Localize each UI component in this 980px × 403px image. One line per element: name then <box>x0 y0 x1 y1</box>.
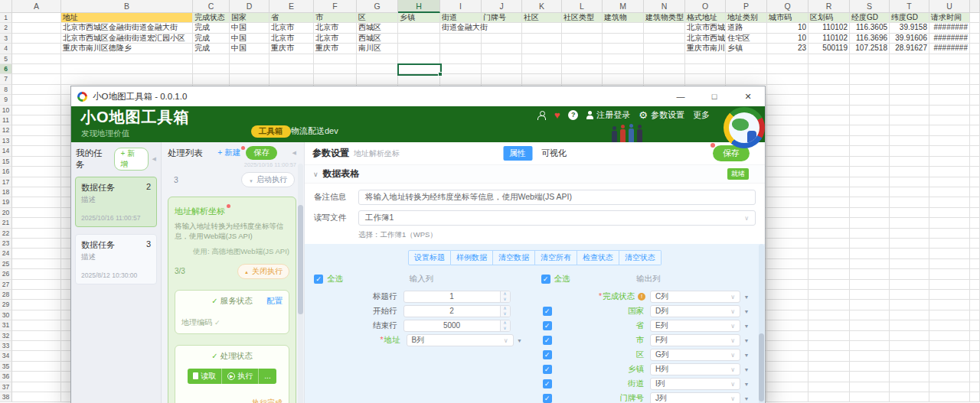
col-header-T[interactable]: T <box>890 0 929 13</box>
cell-S8[interactable] <box>850 85 890 95</box>
cell-T36[interactable] <box>890 372 929 382</box>
cell-S37[interactable] <box>850 382 890 392</box>
column-select[interactable]: C列 <box>650 291 740 303</box>
cell-H4[interactable] <box>398 44 440 54</box>
cell-K3[interactable] <box>522 34 562 44</box>
cell-U13[interactable] <box>929 136 970 146</box>
cell-Q19[interactable] <box>767 197 808 207</box>
cell-U28[interactable] <box>929 290 970 300</box>
cell-C1[interactable]: 完成状态 <box>193 13 230 23</box>
cell-S4[interactable]: 107.2518 <box>850 44 890 54</box>
dropdown-caret-icon[interactable] <box>740 353 753 358</box>
cell-R20[interactable] <box>808 208 850 218</box>
row-header-34[interactable]: 34 <box>0 351 12 361</box>
cell-T22[interactable] <box>890 229 929 239</box>
cell-M6[interactable] <box>603 64 644 74</box>
cell-N7[interactable] <box>644 74 685 84</box>
cell-R28[interactable] <box>808 290 850 300</box>
col-header-P[interactable]: P <box>726 0 767 13</box>
cell-D3[interactable]: 中国 <box>230 34 270 44</box>
cell-Q7[interactable] <box>767 74 808 84</box>
cell-T2[interactable]: 39.9158 <box>890 23 929 33</box>
column-select[interactable]: H列 <box>650 363 740 375</box>
cell-T4[interactable]: 28.91627 <box>890 44 929 54</box>
tab-attributes[interactable]: 属性 <box>503 146 532 161</box>
new-process-button[interactable]: + 新建 <box>217 148 240 158</box>
cell-U12[interactable] <box>929 125 970 135</box>
row-header-16[interactable]: 16 <box>0 167 12 177</box>
cell-A33[interactable] <box>12 341 61 351</box>
help-icon[interactable] <box>568 110 578 120</box>
cell-A7[interactable] <box>12 74 61 84</box>
minimize-button[interactable]: — <box>664 86 697 106</box>
cell-S3[interactable]: 116.3696 <box>850 34 890 44</box>
cell-R9[interactable] <box>808 95 850 105</box>
cell-R37[interactable] <box>808 382 850 392</box>
col-header-O[interactable]: O <box>685 0 726 13</box>
cell-S26[interactable] <box>850 269 890 279</box>
process-save-button[interactable]: 保存 <box>246 146 277 160</box>
select-all-checkbox[interactable] <box>314 275 323 284</box>
number-spinner[interactable] <box>500 306 510 317</box>
cell-G7[interactable] <box>357 74 398 84</box>
column-select[interactable]: F列 <box>650 334 740 346</box>
cell-T21[interactable] <box>890 218 929 228</box>
cell-O3[interactable]: 北京市西城区金融街街道宏汇园小区 <box>685 34 726 44</box>
execute-button[interactable]: 执行 <box>221 369 258 384</box>
cell-J1[interactable]: 门牌号 <box>482 13 522 23</box>
cell-K1[interactable]: 社区 <box>522 13 562 23</box>
cell-A3[interactable] <box>12 34 61 44</box>
cell-G3[interactable]: 西城区 <box>357 34 398 44</box>
row-header-37[interactable]: 37 <box>0 382 12 392</box>
cell-T8[interactable] <box>890 85 929 95</box>
cell-S25[interactable] <box>850 259 890 269</box>
start-execution-button[interactable]: 启动执行 <box>241 172 295 187</box>
more-actions-button[interactable]: ... <box>258 369 276 384</box>
cell-S23[interactable] <box>850 239 890 249</box>
cell-Q14[interactable] <box>767 146 808 156</box>
more-link[interactable]: 更多 <box>693 109 710 121</box>
close-execution-button[interactable]: 关闭执行 <box>237 264 289 279</box>
settings-link[interactable]: 参数设置 <box>639 109 684 121</box>
cell-U3[interactable]: ######## <box>929 34 970 44</box>
cell-R13[interactable] <box>808 136 850 146</box>
cell-C7[interactable] <box>193 74 230 84</box>
action-button[interactable]: 设置标题 <box>408 250 451 265</box>
cell-A38[interactable] <box>12 392 61 402</box>
number-input[interactable]: 2 <box>403 305 511 317</box>
cell-A25[interactable] <box>12 259 61 269</box>
process-scrollbar[interactable] <box>298 164 303 403</box>
cell-S2[interactable]: 116.3605 <box>850 23 890 33</box>
cell-S16[interactable] <box>850 167 890 177</box>
cell-T20[interactable] <box>890 208 929 218</box>
cell-U32[interactable] <box>929 331 970 341</box>
cell-U21[interactable] <box>929 218 970 228</box>
cell-Q4[interactable]: 23 <box>767 44 808 54</box>
cell-I7[interactable] <box>440 74 482 84</box>
cell-P2[interactable]: 道路 <box>726 23 767 33</box>
cell-E3[interactable]: 北京市 <box>270 34 314 44</box>
row-header-35[interactable]: 35 <box>0 362 12 372</box>
action-button[interactable]: 清空数据 <box>493 250 535 265</box>
cell-Q20[interactable] <box>767 208 808 218</box>
row-header-31[interactable]: 31 <box>0 320 12 330</box>
row-header-38[interactable]: 38 <box>0 392 12 402</box>
cell-A10[interactable] <box>12 106 61 115</box>
cell-L2[interactable] <box>562 23 603 33</box>
cell-N4[interactable] <box>644 44 685 54</box>
cell-S6[interactable] <box>850 64 890 74</box>
cell-A6[interactable] <box>12 64 61 74</box>
dropdown-caret-icon[interactable] <box>740 396 753 401</box>
cell-Q3[interactable]: 10 <box>767 34 808 44</box>
process-card[interactable]: 地址解析坐标 将输入地址转换为经纬度坐标等信息，使用Web端(JS API) 使… <box>168 197 296 403</box>
close-button[interactable]: ✕ <box>731 86 765 106</box>
cell-A35[interactable] <box>12 362 61 372</box>
row-header-19[interactable]: 19 <box>0 197 12 207</box>
col-header-D[interactable]: D <box>230 0 270 13</box>
cell-F5[interactable] <box>314 54 357 64</box>
cell-I6[interactable] <box>440 64 482 74</box>
cell-A14[interactable] <box>12 146 61 156</box>
cell-K4[interactable] <box>522 44 562 54</box>
cell-Q21[interactable] <box>767 218 808 228</box>
cell-B1[interactable]: 地址 <box>61 13 193 23</box>
